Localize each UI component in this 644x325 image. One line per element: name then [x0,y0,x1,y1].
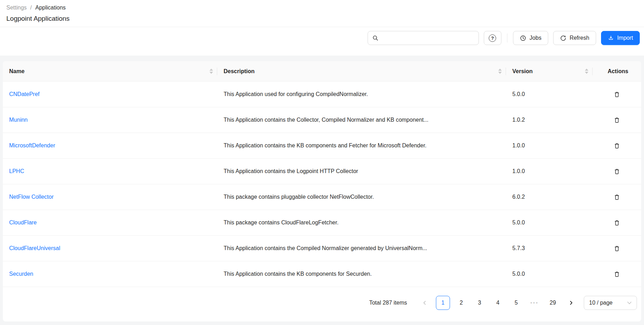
refresh-button-label: Refresh [570,35,589,41]
trash-icon [613,219,620,227]
app-name-link[interactable]: NetFlow Collector [9,194,54,200]
table-row: CNDatePref This Application used for con… [3,82,641,107]
import-button[interactable]: Import [601,31,640,45]
search-input[interactable] [381,35,474,41]
page-button-5[interactable]: 5 [509,296,523,310]
table-header-row: Name Description Version [3,61,641,82]
app-name-link[interactable]: Securden [9,271,33,277]
app-version: 1.0.2 [506,107,593,133]
toolbar: ? Jobs Refresh Import [0,27,644,56]
search-box [368,31,479,45]
refresh-icon [560,35,567,42]
app-description: This Application contains the Logpoint H… [217,159,506,184]
pagination: Total 287 items 1 2 3 4 5 ••• 29 10 / pa… [3,287,641,310]
table-row: CloudFlare This package contains CloudFl… [3,210,641,236]
column-header-description-label: Description [224,68,255,75]
sort-icon [585,69,588,74]
app-name-link[interactable]: CloudFlare [9,219,37,225]
delete-button[interactable] [612,243,622,254]
pagination-total: Total 287 items [369,300,407,306]
previous-page-button[interactable] [418,296,432,310]
pagination-ellipsis[interactable]: ••• [527,296,542,310]
table-row: MicrosoftDefender This Application conta… [3,133,641,159]
column-header-actions-label: Actions [608,68,629,75]
page-size-value: 10 / page [589,300,613,306]
clock-icon [520,35,526,42]
trash-icon [613,270,620,278]
delete-button[interactable] [612,218,622,228]
app-version: 5.7.3 [506,236,593,261]
breadcrumb-item-settings[interactable]: Settings [6,5,27,11]
column-header-version[interactable]: Version [506,61,593,82]
app-description: This Application contains the Compiled N… [217,236,506,261]
page-title: Logpoint Applications [6,15,638,23]
table-row: LPHC This Application contains the Logpo… [3,159,641,184]
chevron-left-icon [422,300,427,305]
sort-icon [210,69,213,74]
refresh-button[interactable]: Refresh [553,31,596,45]
column-header-name[interactable]: Name [3,61,217,82]
column-header-description[interactable]: Description [217,61,506,82]
trash-icon [613,193,620,201]
help-icon: ? [489,34,496,42]
app-name-link[interactable]: LPHC [9,168,24,174]
app-name-link[interactable]: MicrosoftDefender [9,142,55,148]
app-version: 6.0.2 [506,184,593,210]
trash-icon [613,116,620,124]
app-description: This Application used for configuring Co… [217,82,506,107]
delete-button[interactable] [612,115,622,125]
table-row: CloudFlareUniversal This Application con… [3,236,641,261]
toolbar-divider [507,33,507,43]
app-description: This package contains CloudFlareLogFetch… [217,210,506,236]
page-button-last[interactable]: 29 [546,296,560,310]
applications-card: Name Description Version [3,61,641,321]
app-name-link[interactable]: CloudFlareUniversal [9,245,60,251]
chevron-right-icon [569,300,574,305]
app-description: This package contains pluggable collecto… [217,184,506,210]
app-version: 5.0.0 [506,82,593,107]
jobs-button-label: Jobs [530,35,542,41]
trash-icon [613,168,620,175]
app-description: This Application contains the KB compone… [217,261,506,287]
breadcrumb-item-applications: Applications [35,5,65,11]
app-description: This Application contains the KB compone… [217,133,506,159]
trash-icon [613,245,620,252]
table-row: NetFlow Collector This package contains … [3,184,641,210]
trash-icon [613,142,620,149]
trash-icon [613,91,620,98]
app-version: 1.0.0 [506,133,593,159]
applications-table: Name Description Version [3,61,641,287]
app-name-link[interactable]: Muninn [9,117,27,123]
delete-button[interactable] [612,141,622,151]
page-button-1[interactable]: 1 [436,296,450,310]
import-button-label: Import [617,35,633,41]
breadcrumb: Settings / Applications [6,5,638,11]
column-header-name-label: Name [9,68,25,75]
page-button-2[interactable]: 2 [454,296,468,310]
delete-button[interactable] [612,89,622,100]
app-version: 5.0.0 [506,261,593,287]
app-name-link[interactable]: CNDatePref [9,91,39,97]
app-version: 1.0.0 [506,159,593,184]
chevron-down-icon [627,301,632,305]
page-button-3[interactable]: 3 [473,296,487,310]
delete-button[interactable] [612,192,622,202]
page-button-4[interactable]: 4 [491,296,505,310]
sort-icon [498,69,502,74]
app-description: This Application contains the Collector,… [217,107,506,133]
help-button[interactable]: ? [484,31,501,45]
search-icon [372,35,379,41]
table-row: Securden This Application contains the K… [3,261,641,287]
next-page-button[interactable] [564,296,578,310]
import-icon [608,35,614,41]
page-size-select[interactable]: 10 / page [584,296,637,310]
breadcrumb-separator: / [30,5,32,11]
delete-button[interactable] [612,269,622,279]
jobs-button[interactable]: Jobs [513,31,548,45]
delete-button[interactable] [612,166,622,177]
column-header-version-label: Version [512,68,533,75]
column-header-actions: Actions [593,61,641,82]
app-version: 5.0.0 [506,210,593,236]
page-header: Settings / Applications Logpoint Applica… [0,0,644,27]
table-row: Muninn This Application contains the Col… [3,107,641,133]
